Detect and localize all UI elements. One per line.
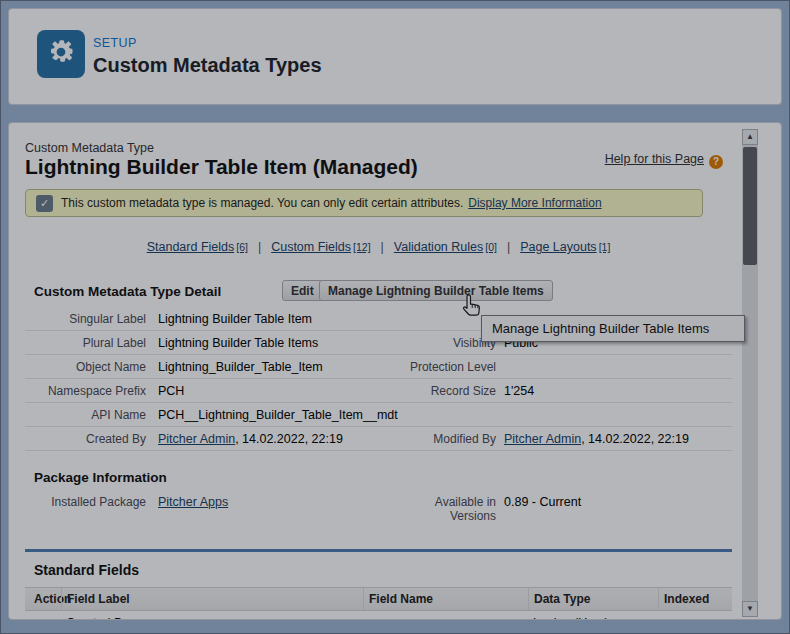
standard-fields-title: Standard Fields	[25, 552, 732, 587]
field-label: Available in Versions	[405, 495, 496, 523]
field-value: 1'254	[496, 384, 516, 398]
column-header-data-type: Data Type	[528, 588, 658, 610]
field-value: Pitcher Admin, 14.02.2022, 22:19	[150, 432, 405, 446]
quick-link-label: Custom Fields	[271, 240, 351, 254]
modified-by-datetime: , 14.02.2022, 22:19	[581, 432, 689, 446]
quick-link-validation-rules[interactable]: Validation Rules[0]	[394, 240, 497, 254]
setup-gear-tile	[37, 30, 85, 78]
field-label: Record Size	[405, 384, 496, 398]
column-header-action: Action	[25, 588, 61, 610]
managed-package-icon: ✓	[36, 195, 53, 212]
link-separator: |	[381, 240, 384, 254]
field-value: Lightning Builder Table Items	[150, 336, 405, 350]
detail-section-header: Custom Metadata Type Detail Edit Manage …	[9, 278, 732, 304]
package-info-row: Installed Package Pitcher Apps Available…	[25, 495, 732, 523]
detail-section-title: Custom Metadata Type Detail	[34, 284, 221, 299]
column-header-indexed: Indexed	[658, 588, 732, 610]
quick-link-page-layouts[interactable]: Page Layouts[1]	[520, 240, 610, 254]
detail-row-object-name: Object Name Lightning_Builder_Table_Item…	[25, 355, 732, 379]
quick-link-custom-fields[interactable]: Custom Fields[12]	[271, 240, 370, 254]
cell-data-type: Lookup(User)	[528, 616, 658, 621]
setup-page-title: Custom Metadata Types	[93, 54, 322, 77]
standard-fields-section: Standard Fields Action Field Label Field…	[25, 549, 732, 620]
field-value: Lightning_Builder_Table_Item	[150, 360, 405, 374]
field-label: Plural Label	[25, 336, 150, 350]
record-title: Lightning Builder Table Item (Managed)	[25, 155, 418, 179]
detail-row-created-by: Created By Pitcher Admin, 14.02.2022, 22…	[25, 427, 732, 451]
manage-records-button[interactable]: Manage Lightning Builder Table Items	[319, 280, 553, 301]
edit-button[interactable]: Edit	[282, 280, 323, 301]
record-type-label: Custom Metadata Type	[25, 141, 154, 155]
field-label: Installed Package	[25, 495, 150, 509]
field-label: Created By	[25, 432, 150, 446]
scrollbar-thumb[interactable]	[743, 147, 757, 265]
standard-fields-header-row: Action Field Label Field Name Data Type …	[25, 587, 732, 611]
banner-text: This custom metadata type is managed. Yo…	[61, 196, 463, 210]
field-label: Modified By	[405, 432, 496, 446]
modified-by-user-link[interactable]: Pitcher Admin	[504, 432, 581, 446]
field-value: Pitcher Admin, 14.02.2022, 22:19	[496, 432, 516, 446]
field-label: Protection Level	[405, 360, 496, 374]
table-row: Created By Lookup(User)	[25, 611, 732, 620]
section-quick-links: Standard Fields[6]|Custom Fields[12]|Val…	[25, 240, 732, 254]
screenshot-root: SETUP Custom Metadata Types Custom Metad…	[0, 0, 790, 634]
quick-link-count: [0]	[485, 241, 497, 253]
scroll-up-button[interactable]: ▲	[742, 129, 758, 145]
package-section-title: Package Information	[34, 470, 167, 485]
quick-link-count: [12]	[353, 241, 371, 253]
installed-package-link[interactable]: Pitcher Apps	[158, 495, 228, 509]
created-by-user-link[interactable]: Pitcher Admin	[158, 432, 235, 446]
detail-row-api-name: API Name PCH__Lightning_Builder_Table_It…	[25, 403, 732, 427]
field-value: PCH__Lightning_Builder_Table_Item__mdt	[150, 408, 405, 422]
field-label: Singular Label	[25, 312, 150, 326]
display-more-information-link[interactable]: Display More Information	[468, 196, 601, 210]
field-label: Object Name	[25, 360, 150, 374]
link-separator: |	[507, 240, 510, 254]
help-for-this-page-link[interactable]: Help for this Page?	[605, 152, 723, 169]
setup-eyebrow: SETUP	[93, 36, 137, 50]
quick-link-count: [1]	[599, 241, 611, 253]
field-label: Namespace Prefix	[25, 384, 150, 398]
quick-link-standard-fields[interactable]: Standard Fields[6]	[147, 240, 248, 254]
field-value: Lightning Builder Table Item	[150, 312, 405, 326]
quick-link-label: Page Layouts	[520, 240, 596, 254]
field-label: API Name	[25, 408, 150, 422]
column-header-field-label: Field Label	[61, 588, 363, 610]
quick-link-label: Validation Rules	[394, 240, 483, 254]
quick-link-count: [6]	[236, 241, 248, 253]
field-value: PCH	[150, 384, 405, 398]
setup-header: SETUP Custom Metadata Types	[8, 8, 782, 105]
column-header-field-name: Field Name	[363, 588, 528, 610]
gear-icon	[46, 37, 76, 71]
help-link-label: Help for this Page	[605, 152, 704, 166]
cell-field-label: Created By	[61, 616, 363, 621]
hand-cursor-icon	[461, 293, 483, 323]
scroll-down-button[interactable]: ▼	[742, 601, 758, 617]
created-by-datetime: , 14.02.2022, 22:19	[235, 432, 343, 446]
help-question-icon[interactable]: ?	[709, 155, 723, 169]
detail-row-namespace-prefix: Namespace Prefix PCH Record Size 1'254	[25, 379, 732, 403]
link-separator: |	[258, 240, 261, 254]
field-value: Pitcher Apps	[150, 495, 405, 509]
managed-package-banner: ✓ This custom metadata type is managed. …	[25, 189, 703, 217]
button-tooltip: Manage Lightning Builder Table Items	[481, 315, 745, 342]
field-value: 0.89 - Current	[496, 495, 516, 509]
content-card: Custom Metadata Type Lightning Builder T…	[8, 122, 782, 620]
quick-link-label: Standard Fields	[147, 240, 235, 254]
vertical-scrollbar[interactable]: ▲ ▼	[742, 129, 758, 617]
